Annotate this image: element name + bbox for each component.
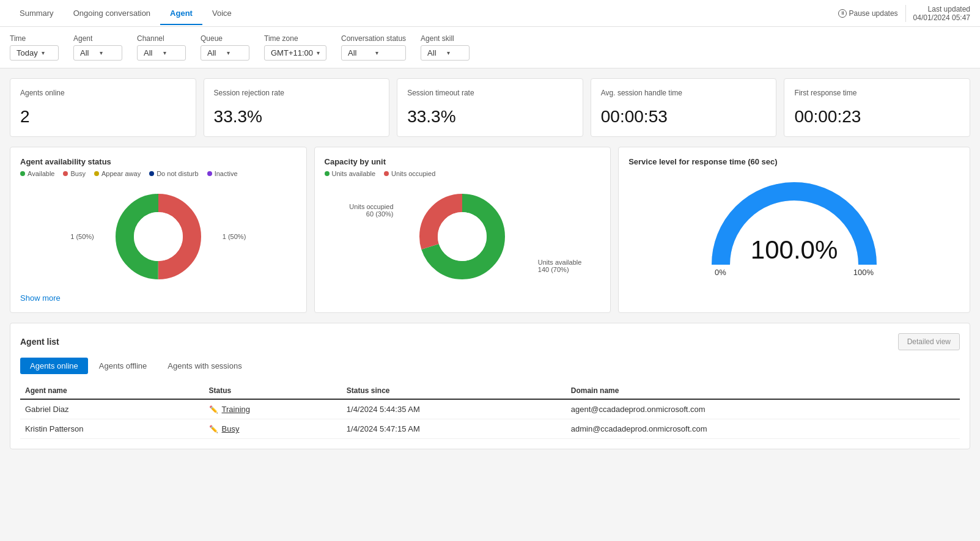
- tab-agents-offline[interactable]: Agents offline: [89, 358, 157, 374]
- filter-agent-select[interactable]: All ▾: [73, 45, 122, 61]
- filter-timezone: Time zone GMT+11:00 ▾: [264, 34, 326, 61]
- agent-name-cell: Kristin Patterson: [20, 419, 204, 439]
- chevron-down-icon: ▾: [42, 50, 52, 56]
- legend-dot-units-available: [325, 171, 330, 176]
- table-header-row: Agent name Status Status since Domain na…: [20, 383, 960, 399]
- filter-agent: Agent All ▾: [73, 34, 122, 61]
- filter-time: Time Today ▾: [10, 34, 59, 61]
- filter-agent-skill: Agent skill All ▾: [421, 34, 470, 61]
- chevron-down-icon: ▾: [375, 50, 399, 56]
- agent-domain-cell: admin@ccadadeprod.onmicrosoft.com: [566, 419, 960, 439]
- capacity-chart-card: Capacity by unit Units available Units o…: [314, 147, 611, 313]
- filter-channel: Channel All ▾: [137, 34, 186, 61]
- table-row: Gabriel Diaz ✏️ Training 1/4/2024 5:44:3…: [20, 399, 960, 419]
- status-value: Busy: [222, 424, 240, 433]
- main-content: Agents online 2 Session rejection rate 3…: [0, 68, 980, 459]
- agent-list-title: Agent list: [20, 337, 59, 347]
- last-updated: Last updated 04/01/2024 05:47: [905, 5, 970, 22]
- legend-appear-away: Appear away: [94, 170, 141, 177]
- tab-agent[interactable]: Agent: [160, 1, 202, 25]
- chevron-down-icon: ▾: [227, 50, 243, 56]
- legend-dot-inactive: [207, 171, 212, 176]
- filter-time-select[interactable]: Today ▾: [10, 45, 59, 61]
- capacity-donut-container: Units occupied 60 (30%) Units available …: [325, 185, 601, 289]
- availability-chart-card: Agent availability status Available Busy…: [10, 147, 307, 313]
- capacity-legend: Units available Units occupied: [325, 170, 601, 177]
- kpi-session-timeout-rate: Session timeout rate 33.3%: [397, 78, 583, 137]
- availability-donut-container: 1 (50%) 1 (50%): [20, 185, 297, 289]
- availability-right-label: 1 (50%): [223, 233, 246, 240]
- tab-ongoing-conversation[interactable]: Ongoing conversation: [64, 1, 160, 25]
- agent-status-cell: ✏️ Busy: [204, 419, 342, 439]
- legend-dot-appear-away: [94, 171, 99, 176]
- legend-available: Available: [20, 170, 54, 177]
- filter-channel-select[interactable]: All ▾: [137, 45, 186, 61]
- kpi-session-rejection-rate: Session rejection rate 33.3%: [204, 78, 390, 137]
- filter-queue: Queue All ▾: [201, 34, 249, 61]
- legend-dot-units-occupied: [384, 171, 389, 176]
- charts-row: Agent availability status Available Busy…: [10, 147, 970, 313]
- legend-busy: Busy: [63, 170, 85, 177]
- svg-point-5: [438, 212, 487, 261]
- legend-dot-available: [20, 171, 25, 176]
- agent-table: Agent name Status Status since Domain na…: [20, 383, 960, 439]
- col-status-since: Status since: [342, 383, 566, 399]
- col-domain-name: Domain name: [566, 383, 960, 399]
- gauge-value: 100.0%: [751, 235, 838, 265]
- top-nav-right: ⏸ Pause updates Last updated 04/01/2024 …: [838, 5, 970, 22]
- legend-dot-do-not-disturb: [149, 171, 154, 176]
- filter-conversation-status-select[interactable]: All ▾: [341, 45, 406, 61]
- legend-units-occupied: Units occupied: [384, 170, 435, 177]
- filter-conversation-status: Conversation status All ▾: [341, 34, 406, 61]
- agent-name-cell: Gabriel Diaz: [20, 399, 204, 419]
- kpi-row: Agents online 2 Session rejection rate 3…: [10, 78, 970, 137]
- show-more-link[interactable]: Show more: [20, 293, 61, 303]
- edit-icon[interactable]: ✏️: [209, 425, 218, 433]
- agent-since-cell: 1/4/2024 5:44:35 AM: [342, 399, 566, 419]
- legend-inactive: Inactive: [207, 170, 238, 177]
- svg-point-2: [134, 212, 183, 261]
- gauge-container: 100.0% 0% 100%: [628, 170, 960, 283]
- filter-queue-select[interactable]: All ▾: [201, 45, 249, 61]
- legend-dot-busy: [63, 171, 68, 176]
- filters-bar: Time Today ▾ Agent All ▾ Channel All ▾ Q…: [0, 27, 980, 68]
- col-agent-name: Agent name: [20, 383, 204, 399]
- agent-list-header: Agent list Detailed view: [20, 333, 960, 350]
- chevron-down-icon: ▾: [163, 50, 179, 56]
- availability-donut-svg: [112, 191, 204, 282]
- chevron-down-icon: ▾: [317, 50, 320, 56]
- agent-list-card: Agent list Detailed view Agents online A…: [10, 323, 970, 449]
- gauge-labels: 0% 100%: [715, 268, 874, 277]
- col-status: Status: [204, 383, 342, 399]
- pause-updates-button[interactable]: ⏸ Pause updates: [838, 9, 898, 18]
- top-nav: Summary Ongoing conversation Agent Voice…: [0, 0, 980, 27]
- chevron-down-icon: ▾: [447, 50, 463, 56]
- tab-agents-online[interactable]: Agents online: [20, 358, 88, 374]
- capacity-occupied-label: Units occupied 60 (30%): [349, 203, 393, 218]
- legend-units-available: Units available: [325, 170, 376, 177]
- agent-status-cell: ✏️ Training: [204, 399, 342, 419]
- tab-voice[interactable]: Voice: [202, 1, 241, 25]
- capacity-available-label: Units available 140 (70%): [538, 259, 582, 273]
- kpi-avg-handle-time: Avg. session handle time 00:00:53: [591, 78, 777, 137]
- availability-left-label: 1 (50%): [70, 233, 94, 240]
- capacity-donut-svg: [416, 191, 508, 282]
- legend-do-not-disturb: Do not disturb: [149, 170, 198, 177]
- table-row: Kristin Patterson ✏️ Busy 1/4/2024 5:47:…: [20, 419, 960, 439]
- detailed-view-button[interactable]: Detailed view: [898, 333, 960, 350]
- filter-timezone-select[interactable]: GMT+11:00 ▾: [264, 45, 326, 61]
- agent-since-cell: 1/4/2024 5:47:15 AM: [342, 419, 566, 439]
- agent-domain-cell: agent@ccadadeprod.onmicrosoft.com: [566, 399, 960, 419]
- tab-agents-with-sessions[interactable]: Agents with sessions: [158, 358, 251, 374]
- tab-summary[interactable]: Summary: [10, 1, 64, 25]
- availability-legend: Available Busy Appear away Do not distur…: [20, 170, 297, 177]
- chevron-down-icon: ▾: [100, 50, 116, 56]
- filter-agent-skill-select[interactable]: All ▾: [421, 45, 470, 61]
- service-level-chart-card: Service level for response time (60 sec)…: [618, 147, 970, 313]
- kpi-agents-online: Agents online 2: [10, 78, 196, 137]
- status-value: Training: [222, 405, 250, 414]
- agent-tabs: Agents online Agents offline Agents with…: [20, 358, 960, 374]
- edit-icon[interactable]: ✏️: [209, 405, 218, 414]
- kpi-first-response-time: First response time 00:00:23: [784, 78, 970, 137]
- pause-icon: ⏸: [838, 9, 847, 18]
